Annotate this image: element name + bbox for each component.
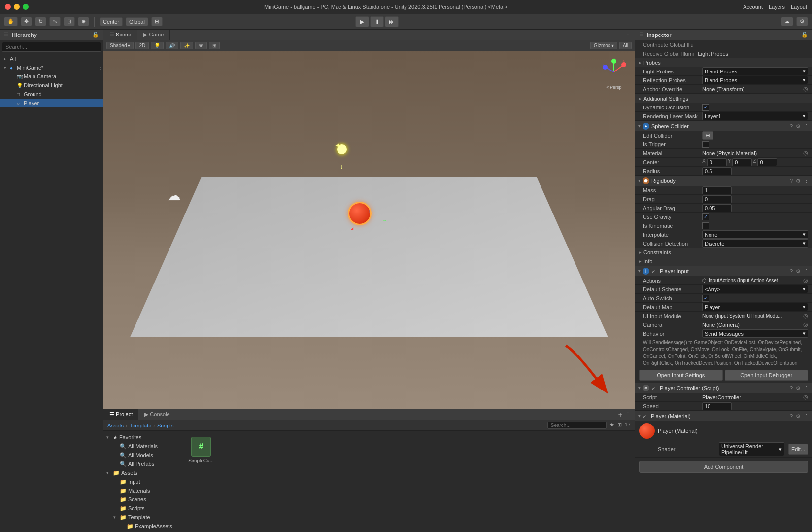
reflection-probes-dropdown[interactable]: Blend Probes ▾ [702,76,808,84]
tree-favorites[interactable]: ▾ ★ Favorites [103,433,182,442]
player-controller-check[interactable]: ✓ [651,385,656,391]
rigidbody-settings-icon[interactable]: ⚙ [796,178,801,184]
account-btn[interactable]: Account [743,4,763,10]
hier-item-minigame[interactable]: ▾ ● MiniGame* ⋮ [0,63,103,72]
project-fav-btn[interactable]: ★ [609,422,614,429]
center-y-input[interactable] [732,158,752,166]
project-menu-btn[interactable]: ⋮ [625,411,631,418]
layers-filter[interactable]: All [619,42,632,49]
sphere-collider-header[interactable]: ▸ ● Sphere Collider ? ⚙ ⋮ [635,121,812,131]
is-kinematic-checkbox[interactable] [702,222,709,229]
scene-tab[interactable]: ☰ Scene [103,30,137,40]
is-trigger-checkbox[interactable] [702,141,709,148]
transform-all-btn[interactable]: ⊕ [78,17,89,26]
player-input-settings-icon[interactable]: ⚙ [796,268,801,275]
project-add-btn[interactable]: + [618,411,622,419]
breadcrumb-template[interactable]: Template [130,423,152,428]
transform-hand-btn[interactable]: ✋ [4,17,18,26]
cloud-btn[interactable]: ⚙ [796,17,808,26]
default-map-dropdown[interactable]: Player ▾ [702,303,808,311]
game-tab[interactable]: ▶ Game [137,30,170,40]
pause-button[interactable]: ⏸ [370,16,384,27]
player-input-header[interactable]: ▸ i ✓ Player Input ? ⚙ ⋮ [635,266,812,276]
radius-input[interactable] [702,167,732,175]
player-input-check[interactable]: ✓ [651,268,656,275]
2d-toggle[interactable]: 2D [135,42,149,49]
breadcrumb-scripts[interactable]: Scripts [157,423,174,428]
player-controller-help-icon[interactable]: ? [790,385,793,391]
actions-target-icon[interactable]: ◎ [803,277,808,284]
grid-overlay-btn[interactable]: ⊞ [209,42,220,49]
project-tab[interactable]: ☰ Project [103,409,138,420]
tree-materials[interactable]: 📁 Materials [103,486,182,495]
transform-rotate-btn[interactable]: ↻ [35,17,46,26]
breadcrumb-assets[interactable]: Assets [107,423,124,428]
interpolate-dropdown[interactable]: None ▾ [702,230,808,239]
rendering-layer-dropdown[interactable]: Layer1 ▾ [702,112,808,120]
default-scheme-dropdown[interactable]: <Any> ▾ [702,285,808,293]
transform-move-btn[interactable]: ✥ [21,17,32,26]
dynamic-occlusion-checkbox[interactable] [702,104,709,111]
sphere-collider-menu-icon[interactable]: ⋮ [804,123,809,130]
open-input-settings-btn[interactable]: Open Input Settings [639,370,723,381]
hier-item-main-camera[interactable]: 📷 Main Camera [0,72,103,81]
layers-btn[interactable]: Layers [769,4,785,10]
behavior-dropdown[interactable]: Send Messages ▾ [702,329,808,338]
shading-dropdown[interactable]: Shaded ▾ [106,42,134,49]
additional-settings-header[interactable]: ▸ Additional Settings [635,94,812,103]
angular-drag-input[interactable] [702,204,732,212]
project-filter-btn[interactable]: ⊞ [617,422,622,429]
rigidbody-help-icon[interactable]: ? [790,178,793,184]
hier-item-ground[interactable]: □ Ground [0,90,103,99]
tree-all-models[interactable]: 🔍 All Models [103,451,182,460]
collab-btn[interactable]: ☁ [781,17,793,26]
open-input-debugger-btn[interactable]: Open Input Debugger [725,370,809,381]
rigidbody-header[interactable]: ▸ ⬟ Rigidbody ? ⚙ ⋮ [635,176,812,186]
lighting-btn[interactable]: 💡 [151,42,164,49]
step-button[interactable]: ⏭ [385,16,399,27]
player-material-menu-icon[interactable]: ⋮ [804,413,809,420]
player-controller-menu-icon[interactable]: ⋮ [804,385,809,391]
material-target-icon[interactable]: ◎ [803,150,808,156]
hierarchy-search-bar[interactable] [2,42,101,52]
constraints-header[interactable]: ▸ Constraints [635,248,812,257]
inspector-menu-icon[interactable]: ☰ [639,32,644,38]
center-z-input[interactable] [757,158,777,166]
layout-btn[interactable]: Layout [791,4,807,10]
collision-detection-dropdown[interactable]: Discrete ▾ [702,239,808,248]
grid-btn[interactable]: ⊞ [151,17,163,26]
edit-collider-btn[interactable]: ⊕ [702,131,713,140]
global-toggle[interactable]: Global [126,17,148,26]
rigidbody-menu-icon[interactable]: ⋮ [804,178,809,184]
anchor-override-target-icon[interactable]: ◎ [803,86,808,92]
sphere-collider-help-icon[interactable]: ? [790,123,793,130]
tree-all-prefabs[interactable]: 🔍 All Prefabs [103,460,182,468]
inspector-lock-icon[interactable]: 🔓 [801,32,808,38]
tree-template[interactable]: ▾ 📁 Template [103,513,182,522]
auto-switch-checkbox[interactable] [702,295,709,302]
tree-scenes[interactable]: 📁 Scenes [103,495,182,504]
player-controller-header[interactable]: ▸ # ✓ Player Controller (Script) ? ⚙ ⋮ [635,383,812,393]
effects-btn[interactable]: ✨ [180,42,193,49]
transform-rect-btn[interactable]: ⊡ [64,17,75,26]
mass-input[interactable] [702,186,732,194]
add-component-btn[interactable]: Add Component [639,461,808,473]
project-search-input[interactable] [547,422,607,429]
hier-item-all[interactable]: ▸ All [0,54,103,63]
tree-all-materials[interactable]: 🔍 All Materials [103,442,182,451]
player-material-help-icon[interactable]: ? [790,413,793,420]
tree-assets[interactable]: ▾ 📁 Assets [103,468,182,477]
hier-item-directional-light[interactable]: 💡 Directional Light [0,81,103,90]
speed-input[interactable] [702,402,732,410]
use-gravity-checkbox[interactable] [702,213,709,220]
shader-edit-btn[interactable]: Edit... [788,444,808,455]
audio-btn[interactable]: 🔊 [166,42,178,49]
tree-scripts[interactable]: 📁 Scripts [103,504,182,513]
player-input-help-icon[interactable]: ? [790,268,793,275]
sphere-collider-settings-icon[interactable]: ⚙ [796,123,801,130]
center-toggle[interactable]: Center [100,17,123,26]
player-material-header[interactable]: ▸ ✓ Player (Material) ? ⚙ ⋮ [635,411,812,421]
scene-vis-btn[interactable]: 👁 [195,42,207,49]
ui-input-target-icon[interactable]: ◎ [803,313,808,319]
info-header[interactable]: ▸ Info [635,257,812,266]
